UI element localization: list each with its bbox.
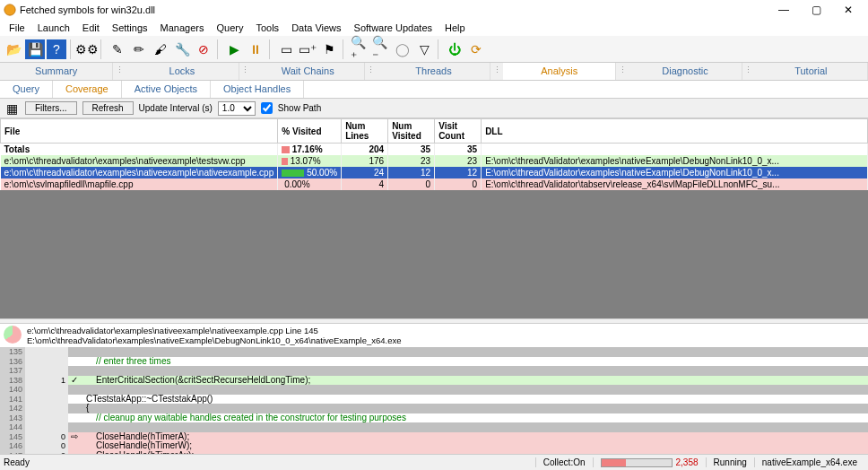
code-line[interactable]: 144 (0, 422, 868, 432)
zoomin-icon[interactable]: 🔍⁺ (350, 39, 369, 59)
file-path-info: e:\om\c\threadvalidator\examples\nativee… (0, 324, 868, 347)
toolbar: 📂 💾 ? ⚙⚙ ✎ ✏ 🖌 🔧 ⊘ ▶ ⏸ ▭ ▭⁺ ⚑ 🔍⁺ 🔍⁻ ◯ ▽ … (0, 36, 868, 63)
minimize-button[interactable]: — (768, 2, 800, 18)
tab-threads[interactable]: Threads (378, 63, 490, 80)
coverage-table: File % Visited Num Lines Num Visited Vis… (0, 118, 868, 190)
window-title: Fetched symbols for win32u.dll (20, 4, 768, 15)
title-bar: Fetched symbols for win32u.dll — ▢ ✕ (0, 0, 868, 20)
help-icon[interactable]: ? (47, 39, 66, 59)
menu-file[interactable]: File (4, 21, 30, 35)
status-progress (601, 458, 673, 467)
col-numlines[interactable]: Num Lines (342, 119, 388, 144)
subtab-coverage[interactable]: Coverage (53, 81, 122, 98)
tab-tutorial[interactable]: Tutorial (755, 63, 868, 80)
open-icon[interactable]: 📂 (4, 39, 23, 59)
status-count: 2,358 (676, 457, 699, 467)
source-code-view[interactable]: 135136 // enter three times1371381✓ Ente… (0, 347, 868, 470)
subtab-objecthandles[interactable]: Object Handles (211, 81, 304, 98)
stop-icon[interactable]: ⊘ (194, 39, 213, 59)
refresh-icon[interactable]: ⟳ (466, 39, 486, 59)
wand-icon[interactable]: ✎ (108, 39, 127, 59)
svg-point-0 (4, 4, 15, 15)
tab-waitchains[interactable]: Wait Chains (252, 63, 365, 80)
status-ready: Ready (4, 457, 30, 467)
code-line[interactable]: 136 // enter three times (0, 357, 868, 367)
brush-icon[interactable]: 🖌 (151, 39, 170, 59)
filters-button[interactable]: Filters... (25, 101, 77, 115)
code-line[interactable]: 1460 CloseHandle(hTimerW); (0, 441, 868, 451)
source-path: e:\om\c\threadvalidator\examples\nativee… (27, 326, 841, 335)
wrench-icon[interactable]: 🔧 (172, 39, 192, 59)
menu-softwareupdates[interactable]: Software Updates (349, 21, 438, 35)
showpath-label: Show Path (278, 103, 321, 113)
zoomout-icon[interactable]: 🔍⁻ (371, 39, 391, 59)
pencil-icon[interactable]: ✏ (129, 39, 149, 59)
menu-help[interactable]: Help (439, 21, 471, 35)
status-bar: Ready Collect:On 2,358 Running nativeExa… (0, 454, 868, 470)
maximize-button[interactable]: ▢ (800, 2, 832, 18)
play-icon[interactable]: ▶ (224, 39, 244, 59)
tab-analysis[interactable]: Analysis (503, 63, 616, 80)
tab-diagnostic[interactable]: Diagnostic (629, 63, 742, 80)
update-label: Update Interval (s) (139, 103, 213, 113)
code-line[interactable]: 140 (0, 385, 868, 395)
flag-icon[interactable]: ⚑ (319, 39, 339, 59)
window-icon[interactable]: ▭ (276, 39, 296, 59)
coverage-table-wrap: File % Visited Num Lines Num Visited Vis… (0, 118, 868, 318)
menu-tools[interactable]: Tools (250, 21, 284, 35)
code-line[interactable]: 137 (0, 366, 868, 376)
col-pctvisited[interactable]: % Visited (278, 119, 342, 144)
main-tab-row: Summary⋮ Locks⋮ Wait Chains⋮ Threads⋮ An… (0, 63, 868, 81)
status-collect: Collect:On (535, 457, 593, 467)
tab-locks[interactable]: Locks (126, 63, 239, 80)
coverage-pie-icon (4, 326, 22, 344)
showpath-checkbox[interactable] (261, 102, 273, 114)
windowplus-icon[interactable]: ▭⁺ (298, 39, 317, 59)
col-dll[interactable]: DLL (482, 119, 868, 144)
update-interval-select[interactable]: 1.0 (218, 101, 256, 116)
menu-managers[interactable]: Managers (155, 21, 210, 35)
gears-icon[interactable]: ⚙⚙ (77, 39, 97, 59)
module-path: E:\om\c\threadValidator\examples\nativeE… (27, 335, 841, 345)
pause-icon[interactable]: ⏸ (246, 39, 265, 59)
menu-bar: File Launch Edit Settings Managers Query… (0, 20, 868, 36)
sub-tab-row: Query Coverage Active Objects Object Han… (0, 81, 868, 99)
code-line[interactable]: 141CTeststakApp::~CTeststakApp() (0, 395, 868, 405)
tab-summary[interactable]: Summary (0, 63, 113, 80)
filter-icon[interactable]: ▽ (414, 39, 434, 59)
code-line[interactable]: 142{ (0, 404, 868, 413)
circle-icon[interactable]: ◯ (393, 39, 412, 59)
table-row[interactable]: Totals17.16%2043535 (1, 144, 868, 156)
col-file[interactable]: File (1, 119, 278, 144)
tree-icon[interactable]: ▦ (4, 101, 20, 116)
code-line[interactable]: 143 // cleanup any waitable handles crea… (0, 413, 868, 423)
menu-settings[interactable]: Settings (107, 21, 153, 35)
app-icon (4, 4, 16, 16)
col-numvisited[interactable]: Num Visited (388, 119, 435, 144)
close-button[interactable]: ✕ (832, 2, 864, 18)
save-icon[interactable]: 💾 (25, 39, 45, 59)
status-running: Running (706, 457, 754, 467)
filter-bar: ▦ Filters... Refresh Update Interval (s)… (0, 99, 868, 118)
menu-launch[interactable]: Launch (32, 21, 75, 35)
status-exe: nativeExample_x64.exe (754, 457, 864, 467)
power-icon[interactable]: ⏻ (445, 39, 464, 59)
subtab-query[interactable]: Query (0, 81, 53, 98)
menu-dataviews[interactable]: Data Views (286, 21, 346, 35)
menu-edit[interactable]: Edit (77, 21, 105, 35)
table-row[interactable]: e:\om\c\threadvalidator\examples\nativee… (1, 167, 868, 178)
subtab-activeobjects[interactable]: Active Objects (122, 81, 211, 98)
code-line[interactable]: 1450⇨ CloseHandle(hTimerA); (0, 432, 868, 442)
code-line[interactable]: 1381✓ EnterCriticalSection(&critSectRecu… (0, 376, 868, 386)
col-visitcount[interactable]: Visit Count (435, 119, 482, 144)
code-line[interactable]: 135 (0, 347, 868, 357)
table-row[interactable]: e:\om\c\threadvalidator\examples\nativee… (1, 155, 868, 167)
table-row[interactable]: e:\om\c\svlmapfiledll\mapfile.cpp0.00%40… (1, 178, 868, 190)
menu-query[interactable]: Query (211, 21, 248, 35)
refresh-button[interactable]: Refresh (82, 101, 134, 115)
